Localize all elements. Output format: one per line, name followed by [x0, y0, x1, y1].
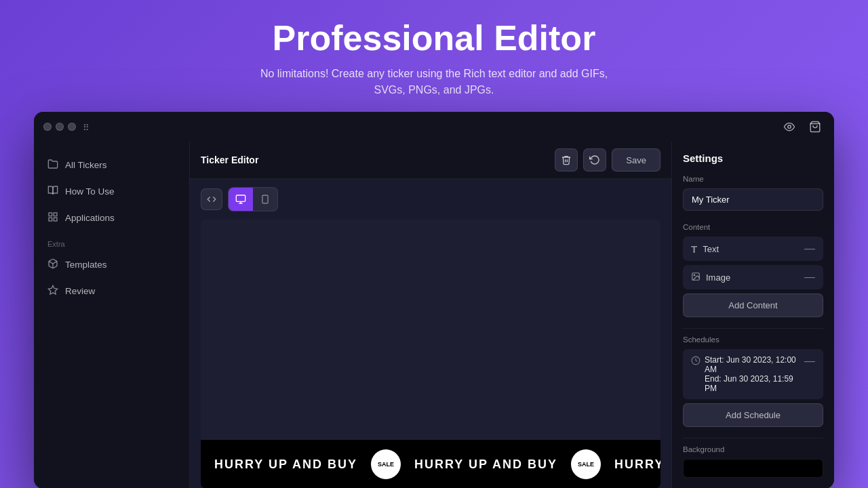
sidebar-item-label: Review	[65, 286, 95, 296]
grid-icon	[47, 211, 58, 224]
settings-panel: Settings Name Content T Text — Image	[671, 142, 834, 488]
titlebar-right	[780, 117, 825, 136]
sidebar-item-label: Applications	[65, 213, 115, 223]
remove-image-button[interactable]: —	[804, 271, 815, 283]
name-label: Name	[683, 175, 823, 183]
sidebar-item-how-to-use[interactable]: How To Use	[39, 179, 184, 204]
ticker-text: HURRY UP AND BUY	[601, 458, 660, 472]
dot-3	[68, 123, 76, 131]
code-view-button[interactable]	[201, 188, 222, 210]
view-controls	[190, 179, 671, 220]
settings-title: Settings	[683, 152, 823, 164]
ticker-badge: SALE	[371, 449, 401, 479]
image-icon	[691, 272, 701, 283]
ticker-track: HURRY UP AND BUY SALE HURRY UP AND BUY S…	[201, 449, 660, 479]
sidebar-extra-nav: Templates Review	[34, 252, 189, 304]
titlebar: ⠿	[34, 112, 834, 142]
sidebar-item-applications[interactable]: Applications	[39, 205, 184, 230]
ticker-text: HURRY UP AND BUY	[201, 458, 371, 472]
svg-point-0	[788, 125, 791, 129]
ticker-text: HURRY UP AND BUY	[401, 458, 571, 472]
toolbar-actions: Save	[555, 148, 660, 171]
hero-subtitle: No limitations! Create any ticker using …	[258, 66, 610, 98]
name-input[interactable]	[683, 188, 823, 211]
sidebar-nav: All Tickers How To Use Applications	[34, 152, 189, 230]
svg-rect-4	[49, 218, 52, 222]
main-layout: All Tickers How To Use Applications Extr…	[34, 142, 834, 488]
app-window: ⠿ All Tickers	[34, 112, 834, 488]
star-icon	[47, 285, 58, 298]
add-content-button[interactable]: Add Content	[683, 293, 823, 317]
schedule-item: Start: Jun 30 2023, 12:00 AM End: Jun 30…	[683, 349, 823, 399]
svg-rect-8	[236, 195, 245, 201]
ticker-badge: SALE	[571, 449, 601, 479]
shopping-bag-icon-btn[interactable]	[806, 117, 825, 136]
svg-rect-3	[54, 213, 57, 216]
eye-icon-btn[interactable]	[780, 117, 799, 136]
content-label: Content	[683, 223, 823, 231]
sidebar-item-review[interactable]: Review	[39, 279, 184, 304]
book-icon	[47, 185, 58, 198]
view-toggle	[228, 187, 278, 211]
content-item-text-label: Text	[703, 244, 719, 254]
text-icon: T	[691, 243, 697, 255]
sidebar-item-label: Templates	[65, 260, 107, 270]
extra-section-label: Extra	[34, 230, 189, 252]
delete-button[interactable]	[555, 148, 578, 171]
save-button[interactable]: Save	[612, 148, 660, 171]
remove-text-button[interactable]: —	[804, 243, 815, 255]
divider-1	[683, 328, 823, 329]
editor-toolbar: Ticker Editor Save	[190, 142, 671, 179]
schedule-text: Start: Jun 30 2023, 12:00 AM End: Jun 30…	[705, 355, 800, 393]
divider-2	[683, 438, 823, 439]
desktop-view-button[interactable]	[229, 188, 253, 211]
ticker-preview: HURRY UP AND BUY SALE HURRY UP AND BUY S…	[201, 440, 660, 488]
svg-rect-11	[262, 195, 268, 203]
sidebar-item-label: How To Use	[65, 186, 115, 197]
undo-button[interactable]	[583, 148, 606, 171]
svg-rect-5	[54, 218, 57, 222]
content-item-text: T Text —	[683, 237, 823, 261]
editor-canvas: HURRY UP AND BUY SALE HURRY UP AND BUY S…	[201, 220, 660, 488]
remove-schedule-button[interactable]: —	[804, 355, 815, 367]
editor-title: Ticker Editor	[201, 155, 258, 165]
editor-area: Ticker Editor Save	[190, 142, 671, 488]
loader-dots: ⠿	[83, 123, 91, 131]
sidebar-item-all-tickers[interactable]: All Tickers	[39, 152, 184, 178]
content-item-image: Image —	[683, 265, 823, 289]
background-color-swatch[interactable]	[683, 459, 823, 478]
ticker-item: HURRY UP AND BUY SALE	[401, 449, 601, 479]
background-label: Background	[683, 445, 823, 453]
ticker-item: HURRY UP AND BUY SALE	[601, 449, 660, 479]
add-schedule-button[interactable]: Add Schedule	[683, 403, 823, 427]
dot-2	[56, 123, 64, 131]
folder-icon	[47, 159, 58, 171]
dot-1	[43, 123, 52, 131]
hero-title: Professional Editor	[258, 19, 610, 58]
package-icon	[47, 258, 58, 271]
mobile-view-button[interactable]	[253, 188, 277, 211]
svg-marker-7	[48, 286, 57, 295]
svg-point-14	[694, 274, 695, 276]
clock-icon	[691, 356, 701, 367]
content-item-image-label: Image	[706, 272, 730, 283]
window-dots: ⠿	[43, 123, 91, 131]
sidebar: All Tickers How To Use Applications Extr…	[34, 142, 190, 488]
hero-section: Professional Editor No limitations! Crea…	[244, 0, 624, 112]
ticker-item: HURRY UP AND BUY SALE	[201, 449, 401, 479]
sidebar-item-label: All Tickers	[65, 160, 107, 170]
schedules-label: Schedules	[683, 336, 823, 344]
sidebar-item-templates[interactable]: Templates	[39, 252, 184, 277]
svg-rect-2	[49, 213, 52, 216]
